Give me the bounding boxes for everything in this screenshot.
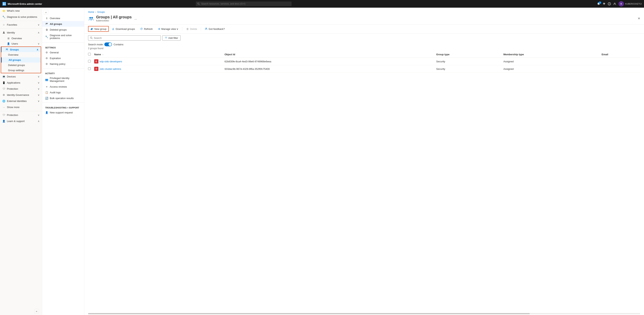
row-group-type-cell: Security	[436, 65, 504, 73]
refresh-label: Refresh	[144, 27, 153, 30]
subnav-access-reviews[interactable]: ≡ Access reviews	[42, 84, 84, 89]
content-area: « ℹ Overview All groups 🗑 Deleted groups…	[42, 8, 644, 315]
info-icon: ℹ	[45, 17, 48, 20]
page-title: Groups | All groups	[96, 15, 132, 19]
topbar: Microsoft Entra admin center 4 ? K KUBER…	[0, 0, 644, 8]
sidebar-item-show-more[interactable]: ··· Show more	[0, 104, 42, 110]
sidebar-item-protection-section[interactable]: 🛡 Protection ∨	[0, 112, 42, 118]
sidebar-sub-deleted-groups[interactable]: Deleted groups	[1, 62, 41, 68]
sidebar-item-favorites[interactable]: ☆ Favorites ∨	[0, 22, 42, 28]
row-checkbox[interactable]	[88, 67, 91, 70]
governance-icon: ⚙	[2, 93, 5, 96]
close-button[interactable]: ✕	[638, 17, 640, 20]
sidebar-item-applications[interactable]: 📱 Applications ∨	[0, 80, 42, 86]
group-name-link[interactable]: edp-oidc-developers	[100, 60, 122, 63]
new-group-button[interactable]: New group	[88, 26, 109, 32]
add-filter-button[interactable]: Add filter	[162, 35, 180, 40]
group-avatar: E	[94, 59, 98, 63]
page-icon	[88, 15, 94, 22]
wrench-icon: 🔧	[2, 15, 5, 18]
sidebar-item-identity[interactable]: Identity ∧	[0, 29, 42, 35]
sidebar: ⭐ What's new 🔧 Diagnose & solve problems…	[0, 8, 42, 315]
results-count: 2 groups found	[84, 47, 644, 51]
sidebar-sub-all-groups[interactable]: All groups	[1, 57, 41, 62]
manage-view-button[interactable]: ⚙ Manage view ∨	[156, 26, 181, 31]
sidebar-item-devices[interactable]: 💻 Devices ∨	[0, 73, 42, 80]
sidebar-sub-group-settings[interactable]: Group settings	[1, 68, 41, 73]
search-input[interactable]	[94, 36, 159, 39]
refresh-button[interactable]: Refresh	[138, 26, 155, 31]
logo-icon	[2, 2, 6, 6]
sidebar-item-learn-support[interactable]: 👤 Learn & support ∧	[0, 118, 42, 124]
feedback-button[interactable]: Got feedback?	[202, 26, 227, 31]
topbar-icons: 4 ? K KUBEROCKETCI	[597, 1, 642, 6]
scroll-thumb[interactable]	[88, 313, 530, 314]
row-checkbox[interactable]	[88, 60, 91, 62]
new-group-label: New group	[94, 27, 106, 30]
search-box[interactable]	[88, 35, 161, 40]
subnav-audit-logs[interactable]: 📋 Audit logs	[42, 89, 84, 95]
search-mode-row: Search mode Contains	[84, 42, 644, 47]
svg-point-14	[90, 17, 91, 18]
applications-chevron: ∨	[38, 81, 40, 84]
svg-point-9	[3, 31, 4, 32]
user-feedback-icon[interactable]	[613, 2, 616, 5]
header-email[interactable]: Email	[602, 51, 640, 58]
header-name[interactable]: Name ↑	[94, 51, 224, 58]
settings-section-title: Settings	[42, 44, 84, 49]
breadcrumb-groups[interactable]: Groups	[97, 11, 105, 13]
row-object-id-cell: 933dac9b-967d-4329-8f6a-352f0fc75400	[224, 65, 436, 73]
overview-label: Overview	[12, 37, 22, 40]
sidebar-item-external-identities[interactable]: 🌐 External Identities ∨	[0, 98, 42, 104]
header-object-id[interactable]: Object Id	[224, 51, 436, 58]
row-group-type: Security	[436, 67, 445, 70]
toolbar: New group Download groups Refresh ⚙	[84, 24, 644, 33]
sidebar-item-diagnose[interactable]: 🔧 Diagnose & solve problems	[0, 14, 42, 20]
subnav-wrench-icon: 🔧	[45, 35, 48, 38]
subnav-bulk-operations[interactable]: 🔄 Bulk operation results	[42, 95, 84, 101]
notifications-icon[interactable]: 4	[597, 2, 600, 5]
breadcrumb-home[interactable]: Home	[88, 11, 94, 13]
help-icon[interactable]: ?	[608, 2, 611, 5]
subnav-expiration[interactable]: ⚙ Expiration	[42, 55, 84, 61]
page-title-row: Groups | All groups kuberocketci ... ✕	[88, 15, 640, 22]
subnav-general[interactable]: ⚙ General	[42, 49, 84, 55]
sidebar-item-whats-new[interactable]: ⭐ What's new	[0, 8, 42, 14]
table-row: E edp-oidc-developers 62b830fe-8ca4-4ed3…	[88, 58, 640, 65]
row-checkbox-cell	[88, 65, 94, 73]
search-mode-toggle[interactable]	[104, 42, 112, 46]
protection2-icon: 🛡	[2, 113, 5, 116]
sidebar-item-identity-governance[interactable]: ⚙ Identity Governance ∨	[0, 92, 42, 98]
subnav-deleted-groups[interactable]: 🗑 Deleted groups	[42, 27, 84, 32]
sidebar-sub-overview[interactable]: Overview	[1, 52, 41, 57]
protection-label: Protection	[7, 87, 18, 90]
select-all-checkbox[interactable]	[88, 53, 91, 55]
sidebar-item-protection[interactable]: 🛡 Protection ∨	[0, 86, 42, 92]
sidebar-collapse-button[interactable]: «	[34, 309, 39, 314]
delete-button[interactable]: 🗑 Delete	[184, 26, 199, 31]
subnav-collapse-button[interactable]: «	[44, 10, 48, 14]
sidebar-item-users[interactable]: 👤 Users ∨	[0, 41, 42, 46]
global-search-input[interactable]	[196, 1, 292, 6]
groups-overview-label: Overview	[8, 53, 18, 56]
row-membership-type: Assigned	[504, 67, 514, 70]
settings-icon[interactable]	[602, 2, 606, 5]
sidebar-item-overview[interactable]: ⊞ Overview	[0, 35, 42, 41]
external-chevron: ∨	[38, 100, 40, 102]
subnav-naming-policy[interactable]: ⚙ Naming policy	[42, 61, 84, 67]
header-membership-type[interactable]: Membership type	[504, 51, 602, 58]
scroll-bar[interactable]	[88, 313, 640, 314]
sidebar-item-groups[interactable]: Groups ∧	[1, 47, 41, 52]
header-group-type[interactable]: Group type	[436, 51, 504, 58]
subnav-new-support[interactable]: 👤 New support request	[42, 110, 84, 115]
page-more-button[interactable]: ...	[134, 17, 137, 20]
subnav-diagnose[interactable]: 🔧 Diagnose and solve problems	[42, 32, 84, 41]
external-icon: 🌐	[2, 99, 5, 102]
download-groups-button[interactable]: Download groups	[110, 26, 137, 31]
topbar-user[interactable]: K KUBEROCKETCI	[618, 1, 642, 6]
new-group-icon	[90, 27, 94, 30]
subnav-overview[interactable]: ℹ Overview	[42, 15, 84, 21]
group-name-link[interactable]: oidc-cluster-admins	[100, 67, 121, 70]
subnav-all-groups[interactable]: All groups	[42, 21, 84, 27]
subnav-pim[interactable]: 👥 Privileged Identity Management	[42, 75, 84, 84]
